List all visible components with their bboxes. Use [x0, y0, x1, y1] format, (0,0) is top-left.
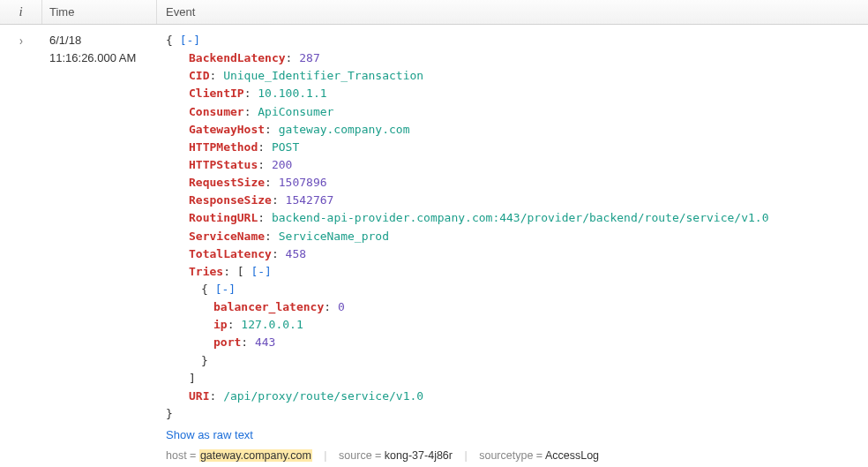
json-close: }: [166, 407, 173, 420]
collapse-toggle[interactable]: [-]: [180, 34, 200, 47]
tries-obj-open: { [-]: [166, 281, 863, 298]
table-row: › 6/1/18 11:16:26.000 AM { [-] BackendLa…: [0, 25, 868, 465]
field-port[interactable]: port: 443: [166, 334, 863, 351]
field-cid[interactable]: CID: Unique_Identifier_Transaction: [166, 67, 863, 85]
meta-sourcetype[interactable]: sourcetype = AccessLog: [479, 449, 599, 462]
field-balancer-latency[interactable]: balancer_latency: 0: [166, 298, 863, 316]
field-totallatency[interactable]: TotalLatency: 458: [166, 245, 863, 263]
tries-obj-close: }: [166, 352, 863, 370]
field-ip[interactable]: ip: 127.0.0.1: [166, 316, 863, 334]
field-consumer[interactable]: Consumer: ApiConsumer: [166, 103, 863, 121]
field-tries[interactable]: Tries: [ [-]: [166, 263, 863, 281]
event-cell: { [-] BackendLatency: 287 CID: Unique_Id…: [157, 30, 868, 465]
event-time: 11:16:26.000 AM: [49, 49, 157, 67]
col-expand[interactable]: i: [0, 0, 42, 24]
field-clientip[interactable]: ClientIP: 10.100.1.1: [166, 85, 863, 102]
field-httpstatus[interactable]: HTTPStatus: 200: [166, 156, 863, 174]
time-cell: 6/1/18 11:16:26.000 AM: [42, 30, 157, 66]
chevron-right-icon[interactable]: ›: [19, 34, 23, 49]
meta-source[interactable]: source = kong-37-4j86r: [339, 449, 453, 462]
meta-separator: |: [315, 449, 335, 462]
field-responsesize[interactable]: ResponseSize: 1542767: [166, 192, 863, 209]
expand-cell: ›: [0, 30, 42, 47]
show-raw-text-link[interactable]: Show as raw text: [166, 423, 253, 446]
collapse-toggle[interactable]: [-]: [215, 282, 236, 296]
collapse-toggle[interactable]: [-]: [251, 265, 271, 278]
event-date: 6/1/18: [49, 32, 157, 49]
events-table: i Time Event › 6/1/18 11:16:26.000 AM { …: [0, 0, 868, 465]
field-httpmethod[interactable]: HTTPMethod: POST: [166, 139, 863, 156]
col-event[interactable]: Event: [157, 0, 868, 24]
col-time[interactable]: Time: [42, 0, 157, 24]
field-routingurl[interactable]: RoutingURL: backend-api-provider.company…: [166, 209, 863, 227]
meta-separator: |: [455, 449, 475, 462]
event-meta: host = gateway.company.com | source = ko…: [166, 446, 863, 464]
field-servicename[interactable]: ServiceName: ServiceName_prod: [166, 228, 863, 245]
json-open: { [-]: [166, 34, 200, 47]
tries-close: ]: [166, 370, 863, 388]
meta-host[interactable]: host = gateway.company.com: [166, 449, 312, 462]
table-header: i Time Event: [0, 0, 868, 25]
field-uri[interactable]: URI: /api/proxy/route/service/v1.0: [166, 388, 863, 405]
field-gatewayhost[interactable]: GatewayHost: gateway.company.com: [166, 121, 863, 139]
field-requestsize[interactable]: RequestSize: 1507896: [166, 174, 863, 192]
field-backendlatency[interactable]: BackendLatency: 287: [166, 49, 863, 67]
